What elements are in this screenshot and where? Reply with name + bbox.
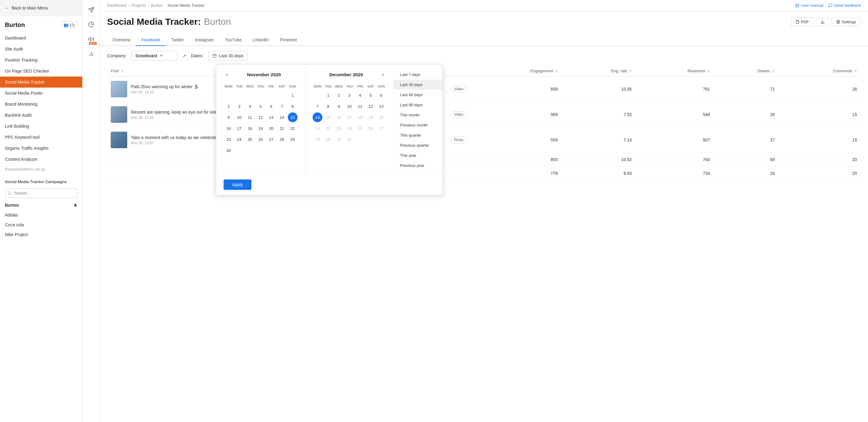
preset-previous-year[interactable]: Previous year (394, 161, 442, 171)
export-button[interactable] (816, 18, 829, 26)
cal-day-nov-28[interactable]: 28 (277, 135, 287, 144)
cal-day-dec-3[interactable]: 3 (344, 90, 354, 100)
cal-day-nov-22[interactable]: 22 (288, 123, 298, 133)
settings-button[interactable]: Settings (832, 18, 861, 26)
cal-day-nov-27[interactable]: 27 (267, 135, 276, 144)
external-link-icon[interactable]: ↗ (182, 53, 186, 59)
tab-pinterest[interactable]: Pinterest (274, 34, 302, 46)
preset-last-60[interactable]: Last 60 days (394, 90, 442, 100)
cal-day-dec-7[interactable]: 7 (313, 101, 322, 111)
sidebar-item-ppc-keyword-tool[interactable]: PPC Keyword tool (0, 132, 82, 143)
cal-day-dec-18[interactable]: 18 (355, 112, 365, 122)
cal-day-nov-3[interactable]: 3 (234, 101, 244, 111)
cal-day-dec-31[interactable]: 31 (344, 135, 354, 144)
sidebar-item-link-building[interactable]: Link Building (0, 121, 82, 132)
comments-sort-icon[interactable]: ⇅ (854, 69, 857, 73)
cal-day-nov-17[interactable]: 17 (234, 123, 244, 133)
cal-day-dec-23[interactable]: 23 (334, 123, 344, 133)
cal-day-dec-13[interactable]: 13 (376, 101, 386, 111)
post-sort-icon[interactable]: ⇅ (121, 69, 124, 73)
cal-day-dec-5[interactable]: 5 (366, 90, 376, 100)
sidebar-item-social-media-poster[interactable]: Social Media Poster (0, 88, 82, 99)
search-input[interactable] (5, 188, 78, 198)
cal-day-dec-17[interactable]: 17 (344, 112, 354, 122)
cal-day-dec-8[interactable]: 8 (323, 101, 333, 111)
users-badge[interactable]: 👥 (2) (61, 21, 78, 29)
cal-day-nov-6[interactable]: 6 (267, 101, 276, 111)
cal-day-dec-25[interactable]: 25 (355, 123, 365, 133)
cal-day-nov-11[interactable]: 11 (245, 112, 255, 122)
cal-day-dec-26[interactable]: 26 (366, 123, 376, 133)
tab-facebook[interactable]: Facebook (136, 34, 165, 46)
cal-day-nov-15[interactable]: 15 (288, 112, 298, 122)
megaphone-nav-item[interactable]: BETA (85, 33, 97, 45)
preset-last-7[interactable]: Last 7 days (394, 69, 442, 80)
sidebar-campaign-nike-project[interactable]: Nike Project (0, 230, 82, 240)
next-month-button[interactable]: › (379, 71, 386, 78)
cal-day-nov-12[interactable]: 12 (256, 112, 266, 122)
tab-twitter[interactable]: Twitter (166, 34, 189, 46)
cal-day-dec-29[interactable]: 29 (323, 135, 333, 144)
preset-this-month[interactable]: This month (394, 110, 442, 120)
user-manual-link[interactable]: User manual (795, 3, 824, 8)
preset-this-year[interactable]: This year (394, 150, 442, 161)
cal-day-nov-2[interactable]: 2 (224, 101, 234, 111)
cal-day-nov-30[interactable]: 30 (224, 145, 234, 155)
breadcrumb-burton[interactable]: Burton (151, 3, 162, 8)
cal-day-nov-26[interactable]: 26 (256, 135, 266, 144)
cal-day-dec-2[interactable]: 2 (334, 90, 344, 100)
cal-day-nov-8[interactable]: 8 (288, 101, 298, 111)
breadcrumb-projects[interactable]: Projects (131, 3, 146, 8)
cal-day-nov-23[interactable]: 23 (224, 135, 234, 144)
post-text-3[interactable]: Take a moment with us today as we celebr… (131, 135, 221, 140)
preset-previous-month[interactable]: Previous month (394, 120, 442, 130)
pdf-button[interactable]: PDF (791, 18, 813, 26)
cal-day-nov-20[interactable]: 20 (267, 123, 276, 133)
cal-day-nov-25[interactable]: 25 (245, 135, 255, 144)
tab-linkedin[interactable]: LinkedIn (247, 34, 274, 46)
cal-day-dec-30[interactable]: 30 (334, 135, 344, 144)
sidebar-item-social-media-tracker[interactable]: Social Media Tracker (0, 77, 82, 88)
tab-youtube[interactable]: YouTube (219, 34, 247, 46)
cal-day-nov-1[interactable]: 1 (288, 90, 298, 100)
back-to-main-menu[interactable]: ← Back to Main Menu (0, 0, 82, 16)
company-select[interactable]: Snowboard ▼ (131, 51, 177, 61)
sidebar-campaign-adidas[interactable]: Adidas (0, 210, 82, 220)
preset-last-30[interactable]: Last 30 days (394, 80, 442, 90)
tab-overview[interactable]: Overview (107, 34, 136, 46)
cal-day-dec-21[interactable]: 21 (313, 123, 322, 133)
cal-day-dec-16[interactable]: 16 (334, 112, 344, 122)
pie-chart-nav-item[interactable] (85, 18, 97, 31)
cal-day-dec-11[interactable]: 11 (355, 101, 365, 111)
cal-day-nov-29[interactable]: 29 (288, 135, 298, 144)
cal-day-nov-4[interactable]: 4 (245, 101, 255, 111)
dates-button[interactable]: Last 30 days (208, 51, 247, 61)
sidebar-item-on-page-seo[interactable]: On Page SEO Checker (0, 65, 82, 77)
preset-last-90[interactable]: Last 90 days (394, 100, 442, 110)
shares-sort-icon[interactable]: ⇅ (772, 69, 775, 73)
cal-day-nov-21[interactable]: 21 (277, 123, 287, 133)
cal-day-dec-28[interactable]: 28 (313, 135, 322, 144)
apply-button[interactable]: Apply (224, 179, 251, 190)
cal-day-dec-10[interactable]: 10 (344, 101, 354, 111)
cal-day-nov-24[interactable]: 24 (234, 135, 244, 144)
sidebar-campaign-burton[interactable]: Burton ★ (0, 200, 82, 210)
cal-day-nov-13[interactable]: 13 (267, 112, 276, 122)
cal-day-nov-9[interactable]: 9 (224, 112, 234, 122)
cal-day-dec-4[interactable]: 4 (355, 90, 365, 100)
cal-day-nov-10[interactable]: 10 (234, 112, 244, 122)
sidebar-item-position-tracking[interactable]: Position Tracking (0, 55, 82, 65)
campaign-star-burton[interactable]: ★ (73, 203, 78, 208)
cal-day-dec-19[interactable]: 19 (366, 112, 376, 122)
cal-day-nov-19[interactable]: 19 (256, 123, 266, 133)
sidebar-item-content-analyzer[interactable]: Content Analyzer (0, 154, 82, 165)
cal-day-dec-22[interactable]: 22 (323, 123, 333, 133)
reactions-sort-icon[interactable]: ⇅ (707, 69, 710, 73)
cal-day-dec-14[interactable]: 14 (313, 112, 322, 122)
sidebar-item-dashboard[interactable]: Dashboard (0, 32, 82, 44)
cal-day-nov-5[interactable]: 5 (256, 101, 266, 111)
sidebar-item-organic-traffic-insights[interactable]: Organic Traffic Insights (0, 143, 82, 154)
preset-this-quarter[interactable]: This quarter (394, 130, 442, 140)
eng-rate-sort-icon[interactable]: ⇅ (629, 69, 632, 73)
cal-day-dec-20[interactable]: 20 (376, 112, 386, 122)
